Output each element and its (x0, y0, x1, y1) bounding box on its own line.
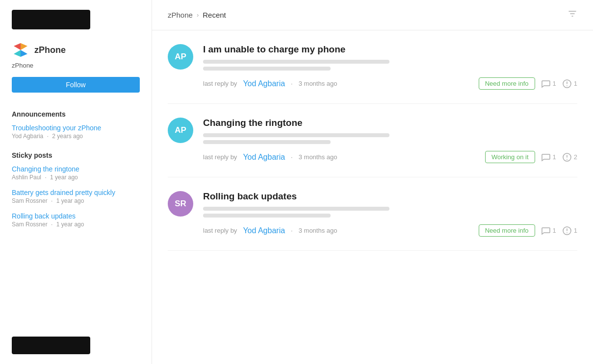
post-line (203, 214, 331, 218)
status-badge: Working on it (485, 151, 535, 163)
reply-author-link[interactable]: Yod Agbaria (243, 226, 285, 235)
post-content: Changing the ringtone last reply by Yod … (203, 118, 577, 163)
sidebar-logo (12, 10, 90, 29)
follow-button[interactable]: Follow (12, 77, 140, 93)
avatar: AP (168, 44, 193, 70)
post-footer: last reply by Yod Agbaria · 3 months ago… (203, 151, 577, 163)
comment-icon (541, 79, 551, 89)
comment-icon (541, 226, 551, 236)
bullet: · (291, 80, 293, 87)
bullet: · (291, 153, 293, 161)
bullet: · (291, 227, 293, 234)
brand-section: zPhone (12, 41, 140, 59)
post-time: 3 months ago (299, 153, 337, 161)
sticky-link-1[interactable]: Battery gets drained pretty quickly (12, 189, 140, 196)
post-preview-lines (203, 60, 577, 71)
post-title[interactable]: I am unable to charge my phone (203, 44, 577, 55)
svg-marker-2 (21, 50, 27, 57)
svg-marker-0 (14, 43, 21, 50)
post-footer: last reply by Yod Agbaria · 3 months ago… (203, 224, 577, 237)
post-item: SR Rolling back updates last reply by Yo… (168, 177, 577, 251)
sticky-meta-2: Sam Rossner · 1 year ago (12, 221, 140, 228)
main-content: zPhone › Recent AP I am unable to charge… (152, 0, 593, 364)
post-time: 3 months ago (299, 227, 337, 234)
vote-icon (562, 152, 572, 162)
vote-icon (562, 79, 572, 89)
post-line (203, 67, 331, 71)
post-title[interactable]: Rolling back updates (203, 191, 577, 202)
brand-name: zPhone (34, 45, 66, 55)
post-preview-lines (203, 133, 577, 144)
vote-count: 2 (562, 152, 577, 162)
reply-author-link[interactable]: Yod Agbaria (243, 153, 285, 162)
post-title[interactable]: Changing the ringtone (203, 118, 577, 128)
post-list: AP I am unable to charge my phone last r… (152, 30, 593, 251)
vote-count: 1 (562, 79, 577, 89)
avatar: AP (168, 118, 193, 143)
vote-count: 1 (562, 226, 577, 236)
comment-icon (541, 152, 551, 162)
reply-text: last reply by (203, 227, 237, 234)
announcement-meta-0: Yod Agbaria · 2 years ago (12, 133, 140, 140)
breadcrumb: zPhone › Recent (168, 11, 226, 19)
sidebar: zPhone zPhone Follow Announcements Troub… (0, 0, 152, 364)
avatar: SR (168, 191, 193, 217)
breadcrumb-bar: zPhone › Recent (152, 0, 593, 30)
reply-text: last reply by (203, 153, 237, 161)
svg-marker-3 (14, 50, 21, 57)
sticky-link-2[interactable]: Rolling back updates (12, 212, 140, 220)
filter-icon[interactable] (567, 9, 577, 21)
post-line (203, 140, 331, 144)
post-line (203, 60, 389, 64)
brand-subtitle: zPhone (12, 62, 140, 69)
post-line (203, 207, 389, 211)
comment-count: 1 (541, 152, 556, 162)
post-actions: Need more info 1 1 (479, 224, 577, 237)
post-actions: Working on it 1 2 (485, 151, 577, 163)
breadcrumb-separator: › (197, 11, 199, 19)
vote-icon (562, 226, 572, 236)
post-item: AP Changing the ringtone last reply by Y… (168, 104, 577, 177)
sticky-meta-1: Sam Rossner · 1 year ago (12, 197, 140, 204)
comment-count: 1 (541, 79, 556, 89)
status-badge: Need more info (479, 224, 535, 237)
reply-author-link[interactable]: Yod Agbaria (243, 79, 285, 88)
sticky-meta-0: Ashlin Paul · 1 year ago (12, 174, 140, 181)
post-preview-lines (203, 207, 577, 218)
sticky-posts-title: Sticky posts (12, 151, 140, 159)
post-line (203, 133, 389, 137)
breadcrumb-current: Recent (203, 11, 226, 19)
svg-marker-1 (21, 43, 27, 50)
zphone-icon (12, 41, 29, 59)
sidebar-bottom-widget (12, 337, 90, 354)
reply-text: last reply by (203, 80, 237, 87)
announcements-title: Announcements (12, 110, 140, 118)
status-badge: Need more info (479, 77, 535, 90)
announcement-link-0[interactable]: Troubleshooting your zPhone (12, 124, 140, 132)
post-content: I am unable to charge my phone last repl… (203, 44, 577, 90)
post-actions: Need more info 1 1 (479, 77, 577, 90)
breadcrumb-parent[interactable]: zPhone (168, 11, 193, 19)
post-content: Rolling back updates last reply by Yod A… (203, 191, 577, 237)
post-footer: last reply by Yod Agbaria · 3 months ago… (203, 77, 577, 90)
sticky-link-0[interactable]: Changing the ringtone (12, 165, 140, 173)
post-time: 3 months ago (299, 80, 337, 87)
post-item: AP I am unable to charge my phone last r… (168, 30, 577, 104)
comment-count: 1 (541, 226, 556, 236)
